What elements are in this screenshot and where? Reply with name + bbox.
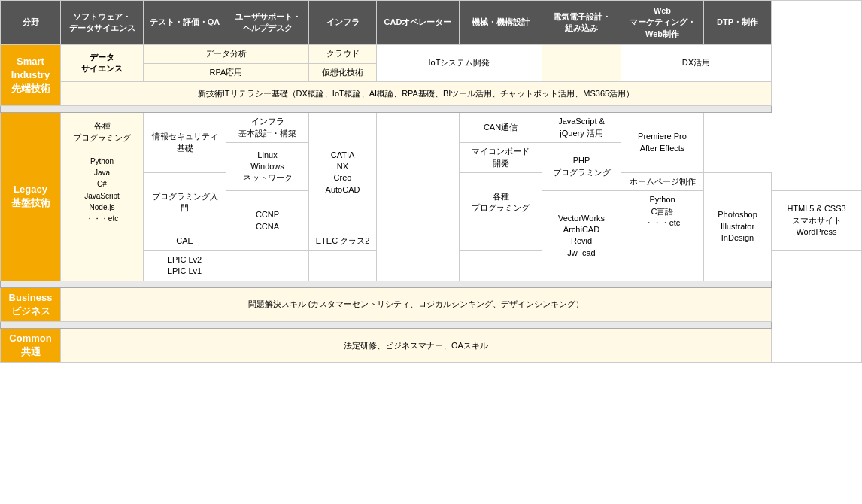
smart-rpa: RPA応用 [144, 63, 309, 81]
smart-denki-empty [542, 45, 621, 82]
header-infra: インフラ [309, 1, 377, 45]
legacy-php: PHPプログラミング [542, 143, 621, 191]
legacy-row1: Legacy基盤技術 各種プログラミング PythonJavaC#JavaScr… [1, 113, 862, 143]
common-row: Common共通 法定研修、ビジネスマナー、OAスキル [1, 329, 862, 363]
header-mechanical: 機械・機構設計 [460, 1, 542, 45]
common-content: 法定研修、ビジネスマナー、OAスキル [61, 329, 772, 363]
header-electrical: 電気電子設計・組み込み [542, 1, 621, 45]
legacy-can: CAN通信 [460, 113, 542, 143]
header-dtp: DTP・制作 [704, 1, 772, 45]
legacy-cae-label: CAE [144, 232, 226, 250]
legacy-各種prog: 各種プログラミング [460, 172, 542, 232]
smart-cloud: クラウド [309, 45, 377, 63]
legacy-lpic: LPIC Lv2LPIC Lv1 [144, 250, 226, 281]
legacy-python-c: PythonC言語・・・etc [621, 191, 704, 232]
business-row: Businessビジネス 問題解決スキル (カスタマーセントリシティ、ロジカルシ… [1, 287, 862, 321]
legacy-security: 情報セキュリティ基礎 [144, 113, 226, 173]
smart-virtual: 仮想化技術 [309, 63, 377, 81]
header-cad: CADオペレーター [377, 1, 460, 45]
business-category: Businessビジネス [1, 287, 61, 321]
separator-row3 [1, 322, 862, 329]
smart-row1: SmartIndustry先端技術 データサイエンス データ分析 クラウド Io… [1, 45, 862, 63]
legacy-cae-empty [377, 113, 460, 281]
legacy-lpic-infra [226, 250, 309, 281]
legacy-vectorworks: VectorWorksArchiCADRevidJw_cad [542, 191, 621, 281]
header-test: テスト・評価・QA [144, 1, 226, 45]
legacy-html5: HTML5 & CSS3スマホサイトWordPress [772, 191, 862, 251]
legacy-js-jquery: JavaScript &jQuery 活用 [542, 113, 621, 143]
header-software: ソフトウェア・データサイエンス [61, 1, 144, 45]
business-content: 問題解決スキル (カスタマーセントリシティ、ロジカルシンキング、デザインシンキン… [61, 287, 772, 321]
smart-iot: IoTシステム開発 [377, 45, 542, 82]
separator-row [1, 106, 862, 113]
legacy-premiere: Premiere ProAfter Effects [621, 113, 704, 173]
legacy-catia: CATIANXCreoAutoCAD [309, 113, 377, 232]
common-category: Common共通 [1, 329, 61, 363]
legacy-programming-types: 各種プログラミング PythonJavaC#JavaScriptNode.js・… [61, 113, 144, 281]
header-web: Webマーケティング・Web制作 [621, 1, 704, 45]
legacy-photoshop: PhotoshopIllustratorInDesign [704, 172, 772, 281]
header-category: 分野 [1, 1, 61, 45]
header-row: 分野 ソフトウェア・データサイエンス テスト・評価・QA ユーザサポート・ヘルプ… [1, 1, 862, 45]
skills-matrix: 分野 ソフトウェア・データサイエンス テスト・評価・QA ユーザサポート・ヘルプ… [0, 0, 862, 363]
legacy-etec-empty [309, 250, 377, 281]
smart-dx: DX活用 [621, 45, 772, 82]
legacy-web-empty [460, 250, 542, 281]
smart-data-analysis: データ分析 [144, 45, 309, 63]
legacy-microboard: マイコンボード開発 [460, 143, 542, 173]
separator-row2 [1, 281, 862, 287]
legacy-linux: LinuxWindowsネットワーク [226, 143, 309, 191]
smart-literacy: 新技術ITリテラシー基礎（DX概論、IoT概論、AI概論、RPA基礎、BIツール… [61, 81, 772, 105]
smart-category: SmartIndustry先端技術 [1, 45, 61, 106]
header-support: ユーザサポート・ヘルプデスク [226, 1, 309, 45]
legacy-homepage: ホームページ制作 [621, 172, 704, 190]
smart-data-science: データサイエンス [61, 45, 144, 82]
legacy-infra-basic: インフラ基本設計・構築 [226, 113, 309, 143]
smart-row3: 新技術ITリテラシー基礎（DX概論、IoT概論、AI概論、RPA基礎、BIツール… [1, 81, 862, 105]
legacy-ccnp: CCNPCCNA [226, 191, 309, 251]
legacy-etec: ETEC クラス2 [309, 232, 377, 250]
legacy-category: Legacy基盤技術 [1, 113, 61, 281]
legacy-prog-intro: プログラミング入門 [144, 172, 226, 232]
